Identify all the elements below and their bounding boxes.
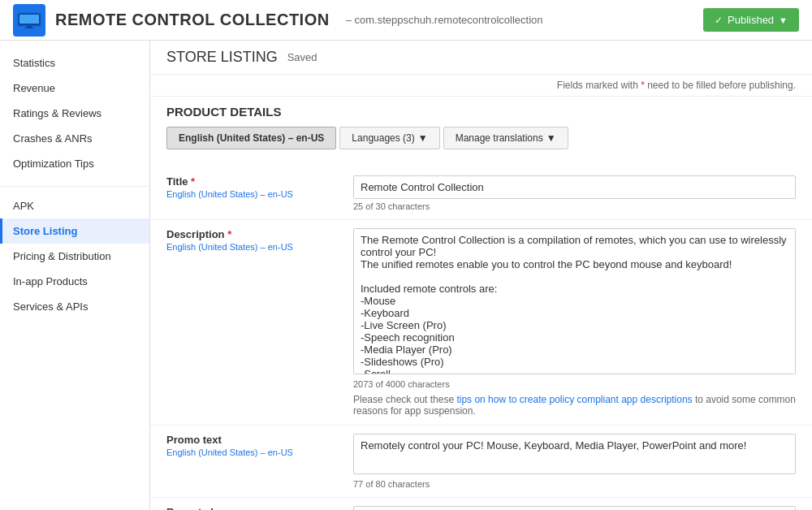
- recent-changes-textarea[interactable]: Version 1.8.0.0 -New live screen remote …: [353, 506, 796, 510]
- description-char-count: 2073 of 4000 characters: [353, 379, 796, 389]
- manage-translations-label: Manage translations: [456, 132, 543, 144]
- recent-changes-input-col: Version 1.8.0.0 -New live screen remote …: [353, 506, 796, 510]
- required-star: *: [641, 80, 645, 91]
- sidebar-item-ratings-reviews[interactable]: Ratings & Reviews: [0, 101, 149, 126]
- product-details-title: PRODUCT DETAILS: [166, 105, 796, 119]
- main-content: STORE LISTING Saved Fields marked with *…: [150, 41, 812, 510]
- title-label: Title *: [166, 175, 353, 188]
- promo-label: Promo text: [166, 434, 353, 446]
- english-tab[interactable]: English (United States) – en-US: [166, 127, 336, 149]
- description-textarea[interactable]: The Remote Control Collection is a compi…: [353, 228, 796, 374]
- sidebar-item-pricing-distribution[interactable]: Pricing & Distribution: [0, 244, 149, 269]
- sidebar-item-store-listing[interactable]: Store Listing: [0, 218, 149, 244]
- description-hint-link[interactable]: tips on how to create policy compliant a…: [456, 394, 692, 405]
- title-char-count: 25 of 30 characters: [353, 201, 796, 211]
- promo-row: Promo text English (United States) – en-…: [150, 426, 812, 498]
- description-input-col: The Remote Control Collection is a compi…: [353, 228, 796, 417]
- recent-changes-row: Recent changes English (United States) –…: [150, 498, 812, 510]
- app-title: REMOTE CONTROL COLLECTION: [55, 11, 330, 29]
- svg-rect-3: [24, 28, 34, 28]
- svg-rect-1: [19, 15, 39, 24]
- promo-input-col: Remotely control your PC! Mouse, Keyboar…: [353, 434, 796, 489]
- promo-textarea[interactable]: Remotely control your PC! Mouse, Keyboar…: [353, 434, 796, 474]
- saved-badge: Saved: [287, 51, 317, 63]
- sidebar-item-services-apis[interactable]: Services & APIs: [0, 294, 149, 319]
- promo-label-col: Promo text English (United States) – en-…: [166, 434, 353, 489]
- sidebar-item-in-app-products[interactable]: In-app Products: [0, 269, 149, 294]
- title-input-col: 25 of 30 characters: [353, 175, 796, 211]
- recent-changes-label-col: Recent changes English (United States) –…: [166, 506, 353, 510]
- recent-changes-label: Recent changes: [166, 506, 353, 510]
- store-listing-header: STORE LISTING Saved: [150, 41, 812, 75]
- description-sublabel: English (United States) – en-US: [166, 242, 353, 252]
- title-required-star: *: [191, 175, 195, 188]
- language-tabs: English (United States) – en-US Language…: [166, 127, 796, 149]
- description-required-star: *: [227, 228, 231, 240]
- sidebar-section-publish: APK Store Listing Pricing & Distribution…: [0, 186, 149, 319]
- store-listing-title: STORE LISTING: [166, 49, 278, 66]
- sidebar: Statistics Revenue Ratings & Reviews Cra…: [0, 41, 150, 510]
- app-header: REMOTE CONTROL COLLECTION – com.steppsch…: [0, 0, 812, 41]
- sidebar-item-crashes-anrs[interactable]: Crashes & ANRs: [0, 126, 149, 151]
- promo-char-count: 77 of 80 characters: [353, 479, 796, 489]
- languages-tab[interactable]: Languages (3) ▼: [339, 127, 439, 149]
- sidebar-item-optimization-tips[interactable]: Optimization Tips: [0, 151, 149, 176]
- header-left: REMOTE CONTROL COLLECTION – com.steppsch…: [13, 4, 542, 37]
- description-row: Description * English (United States) – …: [150, 220, 812, 426]
- svg-rect-2: [27, 26, 32, 28]
- title-input[interactable]: [353, 175, 796, 199]
- languages-dropdown-icon: ▼: [418, 132, 428, 144]
- sidebar-item-revenue[interactable]: Revenue: [0, 76, 149, 101]
- dropdown-arrow-icon: ▼: [779, 15, 788, 25]
- check-icon: ✓: [715, 15, 723, 26]
- fields-notice: Fields marked with * need to be filled b…: [150, 75, 812, 97]
- sidebar-item-statistics[interactable]: Statistics: [0, 50, 149, 76]
- manage-translations-arrow-icon: ▼: [546, 132, 556, 144]
- published-label: Published: [728, 14, 774, 26]
- description-label-col: Description * English (United States) – …: [166, 228, 353, 417]
- description-hint: Please check out these tips on how to cr…: [353, 394, 796, 417]
- promo-sublabel: English (United States) – en-US: [166, 447, 353, 457]
- main-layout: Statistics Revenue Ratings & Reviews Cra…: [0, 41, 812, 510]
- title-sublabel: English (United States) – en-US: [166, 189, 353, 199]
- languages-tab-label: Languages (3): [352, 132, 414, 144]
- published-button[interactable]: ✓ Published ▼: [703, 8, 799, 32]
- english-tab-label: English (United States) – en-US: [179, 132, 324, 144]
- app-icon: [13, 4, 45, 37]
- title-label-col: Title * English (United States) – en-US: [166, 175, 353, 211]
- app-subtitle: – com.steppschuh.remotecontrolcollection: [346, 14, 543, 26]
- title-row: Title * English (United States) – en-US …: [150, 167, 812, 220]
- sidebar-item-apk[interactable]: APK: [0, 193, 149, 218]
- manage-translations-button[interactable]: Manage translations ▼: [443, 127, 568, 149]
- product-details-section: PRODUCT DETAILS English (United States) …: [150, 97, 812, 167]
- description-label: Description *: [166, 228, 353, 240]
